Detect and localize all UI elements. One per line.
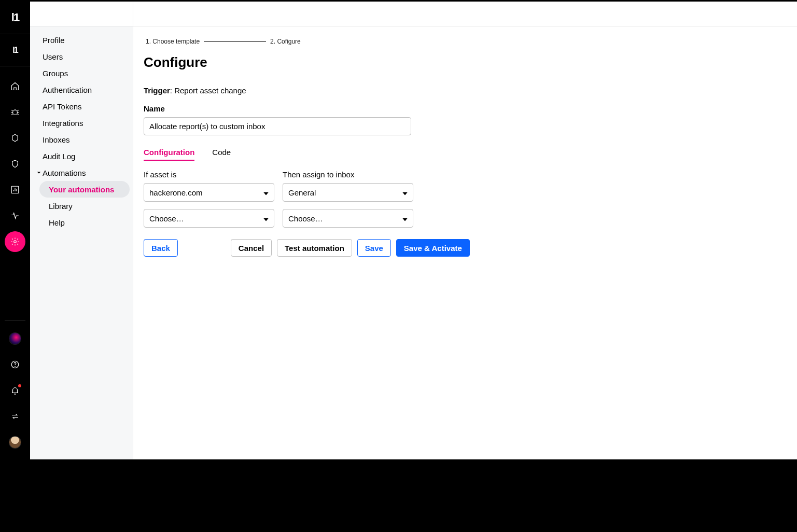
save-activate-button[interactable]: Save & Activate [396,239,470,257]
nav-help[interactable]: Help [30,214,133,231]
help-icon[interactable] [5,354,25,375]
subnav-header-spacer [30,2,133,26]
settings-subnav: Profile Users Groups Authentication API … [30,2,133,460]
avatar[interactable] [5,432,25,453]
then-assign-label: Then assign to inbox [283,170,413,179]
inbox-select-1-value: General [288,188,316,197]
caret-down-icon [263,214,269,223]
page-title: Configure [144,54,558,71]
name-input[interactable] [144,117,411,135]
main-topbar [133,2,797,26]
nav-your-automations[interactable]: Your automations [39,181,130,198]
settings-icon[interactable] [5,231,25,252]
svg-point-4 [15,366,16,367]
activity-icon[interactable] [5,205,25,226]
bug-icon[interactable] [5,102,25,122]
notification-dot-icon [18,384,21,387]
wizard-steps: 1. Choose template 2. Cofigure [144,38,558,45]
test-automation-button[interactable]: Test automation [277,239,352,257]
swap-icon[interactable] [5,406,25,427]
icon-rail: l1 l1 [0,2,30,460]
home-icon[interactable] [5,76,25,96]
step-1: 1. Choose template [146,38,200,45]
bar-chart-icon[interactable] [5,179,25,200]
trigger-label: Trigger [144,86,170,95]
trigger-value: : Report asset change [170,86,246,95]
name-label: Name [144,104,558,113]
step-connector [204,41,266,42]
svg-point-0 [13,110,18,115]
inbox-select-2-value: Choose… [288,214,323,223]
letterbox-bottom [0,459,797,532]
nav-inboxes[interactable]: Inboxes [30,131,133,148]
nav-automations-label: Automations [43,169,86,177]
orb-icon[interactable] [5,328,25,349]
caret-down-icon [402,214,408,223]
main-panel: 1. Choose template 2. Cofigure Configure… [133,2,797,460]
chevron-down-icon [35,171,43,175]
nav-users[interactable]: Users [30,48,133,65]
asset-select-1[interactable]: hackerone.com [144,183,274,202]
notifications-icon[interactable] [5,380,25,401]
save-button[interactable]: Save [357,239,391,257]
trigger-line: Trigger: Report asset change [144,86,558,95]
back-button[interactable]: Back [144,239,178,257]
nav-audit-log[interactable]: Audit Log [30,148,133,164]
logo-small-icon[interactable]: l1 [12,46,17,54]
config-tabs: Configuration Code [144,148,558,161]
if-asset-label: If asset is [144,170,274,179]
step-2: 2. Cofigure [270,38,301,45]
asset-select-1-value: hackerone.com [149,188,203,197]
logo-icon: l1 [11,12,19,23]
nav-groups[interactable]: Groups [30,65,133,81]
svg-point-2 [14,241,17,243]
hexagon-icon[interactable] [5,128,25,148]
nav-integrations[interactable]: Integrations [30,115,133,131]
inbox-select-2[interactable]: Choose… [283,209,413,228]
nav-authentication[interactable]: Authentication [30,81,133,98]
asset-select-2[interactable]: Choose… [144,209,274,228]
button-row: Back Cancel Test automation Save Save & … [144,239,558,257]
nav-library[interactable]: Library [30,198,133,214]
nav-automations[interactable]: Automations [30,164,133,181]
tab-code[interactable]: Code [212,148,231,161]
asset-select-2-value: Choose… [149,214,184,223]
cancel-button[interactable]: Cancel [231,239,272,257]
nav-api-tokens[interactable]: API Tokens [30,98,133,115]
caret-down-icon [402,188,408,197]
caret-down-icon [263,188,269,197]
inbox-select-1[interactable]: General [283,183,413,202]
tab-configuration[interactable]: Configuration [144,148,194,161]
shield-icon[interactable] [5,153,25,174]
nav-profile[interactable]: Profile [30,32,133,48]
